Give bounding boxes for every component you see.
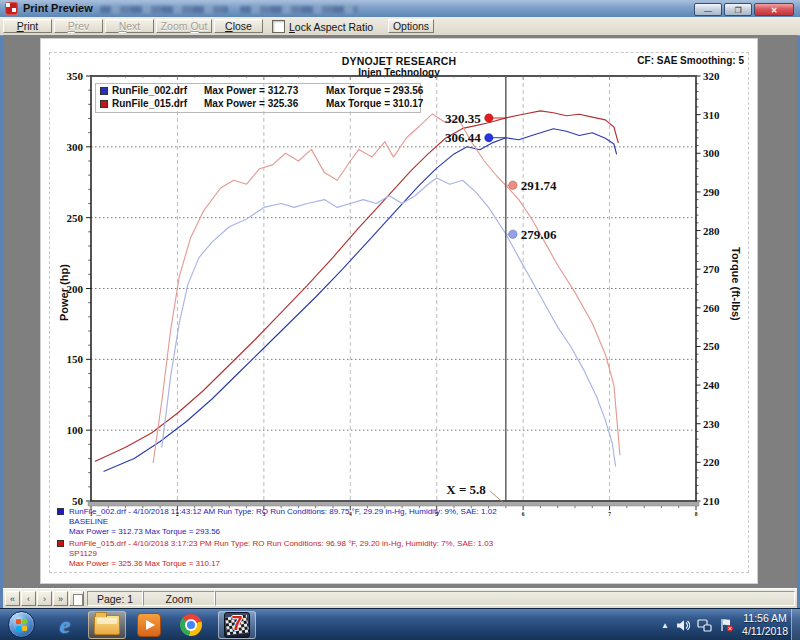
svg-text:320.35: 320.35 xyxy=(445,111,481,126)
statusbar-page-section: Page: 1 xyxy=(87,591,143,606)
window-title: Print Preview xyxy=(23,2,93,14)
svg-text:279.06: 279.06 xyxy=(521,227,557,242)
svg-text:270: 270 xyxy=(703,263,720,275)
legend-swatch-blue xyxy=(100,87,108,95)
next-page-button[interactable]: › xyxy=(37,591,52,606)
blurred-filepath-2 xyxy=(240,6,358,13)
chart-legend: RunFile_002.drfMax Power = 312.73Max Tor… xyxy=(95,83,421,113)
svg-text:X = 5.8: X = 5.8 xyxy=(446,482,486,497)
volume-icon[interactable] xyxy=(676,619,690,632)
annotation-line: SP1129 xyxy=(69,549,493,559)
internet-explorer-icon: e xyxy=(60,614,71,636)
page-setup-button[interactable] xyxy=(69,591,84,606)
start-button[interactable] xyxy=(8,611,35,638)
blurred-filepath xyxy=(100,6,228,13)
annotation-line: RunFile_002.drf - 4/10/2018 11:43:12 AM … xyxy=(69,507,497,517)
legend-max-power: Max Power = 312.73 xyxy=(204,84,326,97)
svg-text:306.44: 306.44 xyxy=(445,130,481,145)
print-button[interactable]: Print xyxy=(3,19,52,33)
taskbar-item-chrome[interactable] xyxy=(172,611,210,639)
annotation-line: Max Power = 312.73 Max Torque = 293.56 xyxy=(69,527,497,537)
legend-row: RunFile_002.drfMax Power = 312.73Max Tor… xyxy=(96,84,420,97)
lock-aspect-ratio-checkbox[interactable]: Lock Aspect Ratio xyxy=(272,20,373,33)
svg-text:230: 230 xyxy=(703,418,720,430)
winpep-app-icon xyxy=(5,2,18,15)
taskbar-item-media-player[interactable] xyxy=(130,611,168,639)
annotation-line: Max Power = 325.36 Max Torque = 310.17 xyxy=(69,559,493,569)
svg-text:260: 260 xyxy=(703,302,720,314)
svg-text:310: 310 xyxy=(703,109,720,121)
next-button[interactable]: Next xyxy=(105,19,154,33)
page-icon xyxy=(73,594,83,606)
annotation-line: BASELINE xyxy=(69,517,497,527)
svg-text:150: 150 xyxy=(67,353,84,365)
folder-icon xyxy=(94,615,120,635)
clock-date: 4/11/2018 xyxy=(742,625,788,638)
svg-text:240: 240 xyxy=(703,379,720,391)
svg-text:300: 300 xyxy=(67,141,84,153)
statusbar-empty-section xyxy=(215,591,795,606)
screen: Print Preview — ❐ ✕ Print Prev Next Zoom… xyxy=(0,0,800,640)
hidden-icons-button[interactable]: ▲ xyxy=(661,621,669,630)
taskbar-clock[interactable]: 11:56 AM 4/11/2018 xyxy=(742,612,788,638)
winpep-icon: 7 xyxy=(224,612,250,638)
run-annotation-sp1129: RunFile_015.drf - 4/10/2018 3:17:23 PM R… xyxy=(57,539,493,569)
svg-text:350: 350 xyxy=(67,70,84,82)
media-player-icon xyxy=(137,613,161,637)
prev-button[interactable]: Prev xyxy=(54,19,103,33)
windows-logo-icon xyxy=(16,619,28,631)
chrome-icon xyxy=(180,614,202,636)
first-page-button[interactable]: « xyxy=(5,591,20,606)
svg-text:220: 220 xyxy=(703,456,720,468)
close-preview-button[interactable]: Close xyxy=(214,19,263,33)
taskbar-item-internet-explorer[interactable]: e xyxy=(46,611,84,639)
checkbox-box[interactable] xyxy=(272,20,285,33)
run-annotation-baseline: RunFile_002.drf - 4/10/2018 11:43:12 AM … xyxy=(57,507,497,537)
svg-text:6: 6 xyxy=(522,511,525,517)
power-axis-label: Power (hp) xyxy=(58,264,70,321)
torque-axis-label: Torque (ft-lbs) xyxy=(730,247,742,321)
annotation-swatch-blue xyxy=(57,508,64,515)
svg-text:250: 250 xyxy=(67,212,84,224)
minimize-button[interactable]: — xyxy=(694,3,722,16)
svg-text:280: 280 xyxy=(703,225,720,237)
clock-time: 11:56 AM xyxy=(742,612,788,625)
legend-row: RunFile_015.drfMax Power = 325.36Max Tor… xyxy=(96,97,420,110)
zoom-out-button[interactable]: Zoom Out xyxy=(156,19,212,33)
last-page-button[interactable]: » xyxy=(53,591,68,606)
svg-text:290: 290 xyxy=(703,186,720,198)
action-center-flag-icon[interactable] xyxy=(719,618,734,632)
close-window-button[interactable]: ✕ xyxy=(754,3,794,16)
svg-text:291.74: 291.74 xyxy=(521,178,557,193)
legend-max-power: Max Power = 325.36 xyxy=(204,97,326,110)
lock-aspect-ratio-label: Lock Aspect Ratio xyxy=(289,21,373,33)
svg-text:300: 300 xyxy=(703,147,720,159)
legend-max-torque: Max Torque = 310.17 xyxy=(326,98,423,109)
preview-workspace: DYNOJET RESEARCH Injen Technology CF: SA… xyxy=(3,35,797,588)
prev-page-button[interactable]: ‹ xyxy=(21,591,36,606)
svg-text:250: 250 xyxy=(703,340,720,352)
print-page: DYNOJET RESEARCH Injen Technology CF: SA… xyxy=(40,38,758,584)
taskbar: e 7 ▲ 11:56 AM 4/11/2018 xyxy=(0,608,800,640)
statusbar: « ‹ › » Page: 1 Zoom xyxy=(3,588,797,609)
legend-max-torque: Max Torque = 293.56 xyxy=(326,85,423,96)
annotation-swatch-red xyxy=(57,540,64,547)
statusbar-zoom-section: Zoom xyxy=(143,591,215,606)
svg-text:210: 210 xyxy=(703,495,720,507)
restore-button[interactable]: ❐ xyxy=(724,3,752,16)
annotation-line: RunFile_015.drf - 4/10/2018 3:17:23 PM R… xyxy=(69,539,493,549)
taskbar-item-explorer[interactable] xyxy=(88,611,126,639)
legend-file: RunFile_002.drf xyxy=(112,84,204,97)
titlebar: Print Preview — ❐ ✕ xyxy=(0,0,800,18)
svg-text:320: 320 xyxy=(703,70,720,82)
taskbar-item-winpep[interactable]: 7 xyxy=(218,611,256,639)
options-button[interactable]: Options xyxy=(388,19,434,33)
legend-file: RunFile_015.drf xyxy=(112,97,204,110)
show-desktop-button[interactable] xyxy=(791,609,800,640)
network-icon[interactable] xyxy=(697,619,712,632)
toolbar: Print Prev Next Zoom Out Close Lock Aspe… xyxy=(0,17,800,36)
svg-text:50: 50 xyxy=(72,495,84,507)
print-preview-window: Print Preview — ❐ ✕ Print Prev Next Zoom… xyxy=(0,0,800,608)
system-tray: ▲ xyxy=(661,609,734,640)
svg-text:100: 100 xyxy=(67,424,84,436)
